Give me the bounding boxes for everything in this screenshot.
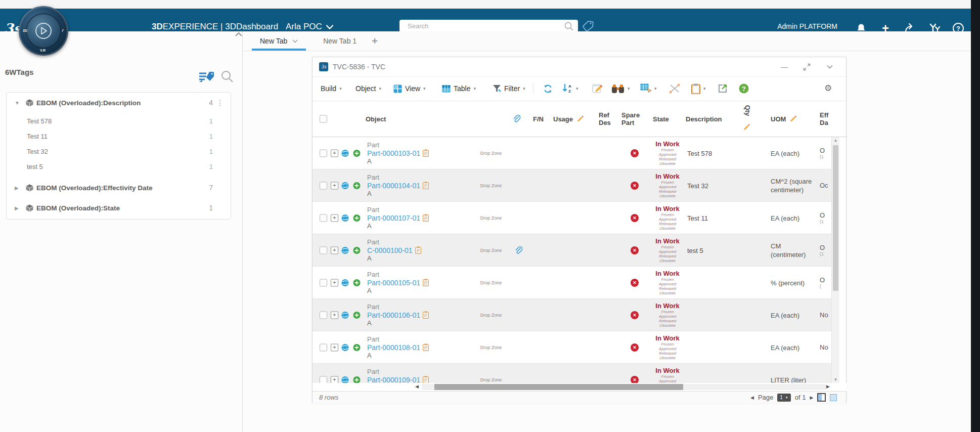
sort-icon[interactable]: AZ ▾ [562,76,578,101]
widget-maximize-icon[interactable] [801,61,812,72]
6wtags-search-icon[interactable] [582,19,595,33]
tag-group-row[interactable]: ▼ EBOM (Overloaded):Description 4 ⋮ [7,95,231,110]
tag-item-row[interactable]: Test 32 1 [7,144,231,159]
gear-icon[interactable]: ⚙ [824,83,832,94]
globe-icon[interactable] [341,214,349,222]
widget-minimize-button[interactable]: — [779,61,790,72]
expand-toggle-icon[interactable]: + [331,246,338,254]
expand-toggle-icon[interactable]: + [331,149,338,157]
clipboard-mini-icon[interactable] [415,246,421,254]
expand-toggle-icon[interactable]: + [331,376,338,383]
scroll-right-icon[interactable]: ▶ [826,384,830,389]
add-child-icon[interactable] [353,214,361,222]
globe-icon[interactable] [341,246,349,254]
row-checkbox[interactable] [320,343,327,351]
expand-toggle-icon[interactable]: + [331,343,338,351]
add-child-icon[interactable] [353,246,361,254]
view-menu[interactable]: View▾ [393,76,426,101]
clipboard-mini-icon[interactable] [423,376,429,383]
find-binoculars-icon[interactable]: ▾ [611,76,630,101]
page-select-dropdown[interactable]: 1▼ [777,394,791,402]
column-header-attachment-paperclip-icon[interactable] [513,114,520,123]
kebab-menu-icon[interactable]: ⋮ [216,99,224,107]
column-header-eff-date[interactable]: Eff Da [820,111,836,126]
drop-zone[interactable]: Drop Zone [473,248,509,253]
dashboard-tab[interactable]: New Tab [252,31,306,51]
search-icon[interactable] [564,21,574,31]
sidebar-splitter[interactable] [242,31,243,432]
tag-item-row[interactable]: test 5 1 [7,159,231,174]
globe-icon[interactable] [341,149,349,157]
view-mode-compact-icon[interactable] [830,394,837,401]
add-child-icon[interactable] [353,376,361,383]
clipboard-mini-icon[interactable] [423,149,429,157]
previous-page-icon[interactable]: ◀ [750,395,754,400]
globe-icon[interactable] [341,376,349,383]
column-header-fn[interactable]: F/N [533,115,544,122]
clipboard-mini-icon[interactable] [423,214,429,222]
horizontal-scrollbar-thumb[interactable] [434,384,683,390]
row-checkbox[interactable] [320,246,327,254]
row-checkbox[interactable] [320,279,327,286]
globe-icon[interactable] [341,279,349,286]
drop-zone[interactable]: Drop Zone [473,313,509,318]
part-link[interactable]: Part-0000109-01 [367,376,420,383]
part-link[interactable]: Part-0000103-01 [367,149,420,157]
add-child-icon[interactable] [353,343,361,351]
column-header-spare-part[interactable]: Spare Part [621,111,646,126]
clipboard-mini-icon[interactable] [423,182,429,189]
object-menu[interactable]: Object▾ [355,76,381,101]
expand-toggle-icon[interactable]: + [331,214,338,222]
column-select-icon[interactable]: ▾ [640,76,657,101]
tag-filter-icon[interactable] [198,70,215,85]
dashboard-tab[interactable]: New Tab 1 [315,31,365,51]
column-header-qty[interactable]: Qty [742,107,753,131]
clipboard-mini-icon[interactable] [423,343,429,351]
table-menu[interactable]: Table▾ [442,76,476,101]
tag-item-row[interactable]: Test 11 1 [7,128,231,144]
scroll-left-icon[interactable]: ◀ [415,384,419,389]
expand-triangle-icon[interactable]: ▶ [15,185,22,191]
view-mode-full-icon[interactable] [817,393,826,402]
filter-menu[interactable]: Filter▾ [493,76,525,101]
clipboard-mini-icon[interactable] [423,311,429,319]
tag-group-row[interactable]: ▶ EBOM (Overloaded):State 1 [7,200,231,215]
disconnect-icon[interactable] [669,76,681,101]
tab-menu-chevron-icon[interactable] [292,39,298,43]
clipboard-icon[interactable]: ▾ [691,76,706,101]
part-link[interactable]: Part-0000107-01 [367,214,420,222]
edit-icon[interactable] [592,76,602,101]
part-link[interactable]: Part-0000105-01 [367,279,420,287]
tag-group-row[interactable]: ▶ EBOM (Overloaded):Effectivity Date 7 [7,180,231,195]
globe-icon[interactable] [341,311,349,319]
export-icon[interactable] [718,76,728,101]
expand-toggle-icon[interactable]: + [331,279,338,286]
expand-toggle-icon[interactable]: + [331,182,338,189]
column-header-ref-des[interactable]: Ref Des [599,111,620,126]
row-checkbox[interactable] [320,149,327,157]
attachment-paperclip-icon[interactable] [515,246,522,254]
dashboard-context-selector[interactable]: Arla POC [286,22,333,32]
globe-icon[interactable] [341,182,349,189]
add-child-icon[interactable] [353,279,361,286]
drop-zone[interactable]: Drop Zone [473,215,509,221]
select-all-checkbox[interactable] [320,115,327,122]
build-menu[interactable]: Build▾ [321,76,342,101]
scroll-up-icon[interactable]: ▲ [832,138,839,143]
drop-zone[interactable]: Drop Zone [473,183,509,188]
scroll-down-icon[interactable]: ▼ [832,377,839,382]
column-header-usage[interactable]: Usage [553,115,584,122]
vertical-scrollbar[interactable]: ▲ ▼ [831,137,839,383]
add-tab-button[interactable]: + [372,35,378,47]
column-header-state[interactable]: State [653,115,669,122]
expand-toggle-icon[interactable]: + [331,311,338,319]
row-checkbox[interactable] [320,182,327,189]
account-label[interactable]: Admin PLATFORM [764,22,837,30]
drop-zone[interactable]: Drop Zone [473,345,509,350]
drop-zone[interactable]: Drop Zone [473,280,509,285]
toolbar-help-icon[interactable]: ? [739,76,749,101]
sidebar-search-icon[interactable] [220,70,234,83]
column-header-object[interactable]: Object [366,115,386,122]
drop-zone[interactable]: Drop Zone [473,377,509,382]
row-checkbox[interactable] [320,214,327,222]
